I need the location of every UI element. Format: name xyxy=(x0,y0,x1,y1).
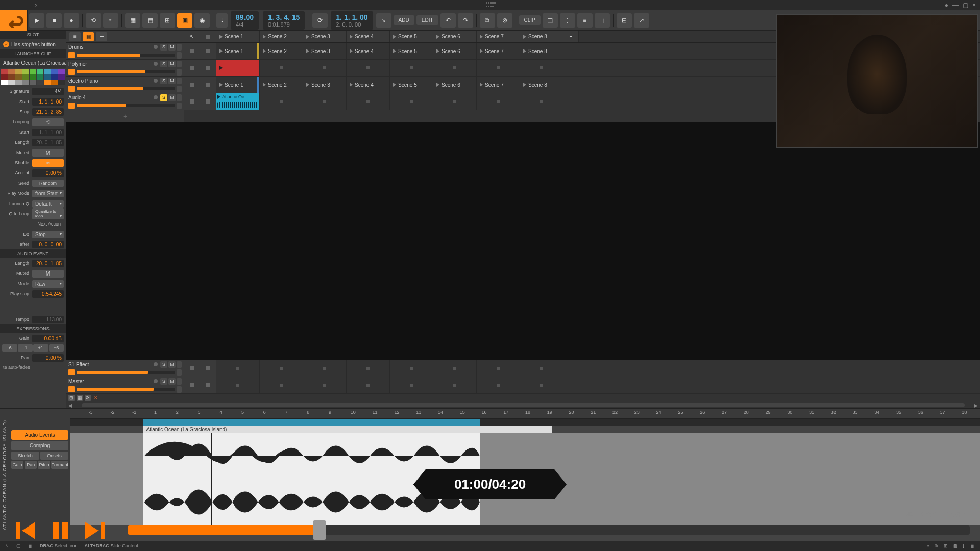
clip-slot[interactable]: Scene 6 xyxy=(433,43,477,59)
track-row[interactable]: Audio 4SM xyxy=(66,93,184,110)
solo-button[interactable]: S xyxy=(160,378,167,385)
time-ruler[interactable]: -3-2-11234567891011121314151617181920212… xyxy=(70,409,980,419)
color-swatch[interactable] xyxy=(8,74,15,80)
clip-slot[interactable] xyxy=(216,60,260,76)
clip-slot-empty[interactable] xyxy=(347,360,390,377)
undo-small-button[interactable]: ↶ xyxy=(440,13,456,28)
view-grid-icon[interactable]: ▦ xyxy=(83,32,94,41)
punch-button[interactable]: ↘ xyxy=(376,13,391,28)
color-swatch[interactable] xyxy=(15,80,22,85)
track-row[interactable]: electro PianoSM xyxy=(66,77,184,93)
clip-name-field[interactable]: Atlantic Ocean (La Graciosa Is xyxy=(0,58,66,68)
gain-step[interactable]: +1 xyxy=(33,344,48,352)
scene-header[interactable]: Scene 4 xyxy=(347,31,390,42)
tool-3-button[interactable]: ≡ xyxy=(577,13,593,28)
footer-icon-2[interactable]: ▦ xyxy=(77,395,83,401)
footer-close-icon[interactable]: ✕ xyxy=(93,395,99,401)
clip-slot-empty[interactable] xyxy=(303,377,347,393)
scene-header[interactable]: Scene 8 xyxy=(520,31,564,42)
notification-icon[interactable]: ● xyxy=(945,2,948,9)
clip-slot[interactable]: Scene 7 xyxy=(477,77,520,93)
audio-events-tab[interactable]: Audio Events xyxy=(11,430,68,440)
clip-slot[interactable]: Scene 8 xyxy=(520,77,564,93)
clip-slot-empty[interactable] xyxy=(260,93,303,110)
record-arm-icon[interactable] xyxy=(154,379,158,383)
video-prev-button[interactable] xyxy=(10,515,41,546)
solo-button[interactable]: S xyxy=(160,78,167,84)
clip-slot-empty[interactable] xyxy=(303,93,347,110)
scene-header[interactable]: Scene 7 xyxy=(477,31,520,42)
pointer-tool-icon[interactable]: ↖ xyxy=(184,31,200,42)
clip-slot-empty[interactable] xyxy=(520,93,564,110)
color-swatch[interactable] xyxy=(22,74,29,80)
solo-button[interactable]: S xyxy=(160,94,167,101)
color-swatch[interactable] xyxy=(37,74,43,80)
record-arm-icon[interactable] xyxy=(154,62,158,66)
tool-1-button[interactable]: ◫ xyxy=(543,13,558,28)
record-button[interactable]: ● xyxy=(64,13,79,28)
clip-slot[interactable]: Scene 3 xyxy=(303,43,347,59)
track-row[interactable]: DrumsSM xyxy=(66,43,184,60)
tempo-field[interactable]: 113.00 xyxy=(32,316,64,323)
color-swatch[interactable] xyxy=(1,80,8,85)
color-swatch[interactable] xyxy=(51,80,58,85)
scene-header[interactable]: Scene 3 xyxy=(303,31,347,42)
has-stop-rec-toggle[interactable]: ✓ Has stop/rec button xyxy=(0,39,66,49)
track-stop-button[interactable] xyxy=(184,43,200,59)
tab-close-icon[interactable]: × xyxy=(35,3,38,8)
expression-tab[interactable]: Formant xyxy=(51,461,68,469)
track-stop-button[interactable] xyxy=(184,93,200,110)
track-options-icon[interactable] xyxy=(177,369,182,376)
track-stop-button-2[interactable] xyxy=(200,77,216,93)
clip-slot[interactable]: Scene 8 xyxy=(520,43,564,59)
color-swatch[interactable] xyxy=(1,69,8,74)
color-swatch[interactable] xyxy=(58,69,65,74)
color-swatch[interactable] xyxy=(15,74,22,80)
footer-icon-1[interactable]: ⊞ xyxy=(68,395,75,401)
position-display[interactable]: 1. 3. 4. 15 0:01.879 xyxy=(263,11,305,30)
volume-fader[interactable] xyxy=(77,54,175,57)
seed-button[interactable]: Random xyxy=(32,180,64,187)
clip-slot-empty[interactable] xyxy=(390,60,433,76)
track-row[interactable]: PolymerSM xyxy=(66,60,184,77)
color-swatch[interactable] xyxy=(30,74,36,80)
clip-slot-empty[interactable] xyxy=(260,60,303,76)
color-swatch[interactable] xyxy=(58,74,65,80)
scene-header[interactable]: Scene 5 xyxy=(390,31,433,42)
clip-slot[interactable]: Scene 4 xyxy=(347,77,390,93)
record-arm-icon[interactable] xyxy=(154,95,158,99)
clip-slot[interactable]: Scene 1 xyxy=(216,43,260,59)
track-options-icon[interactable] xyxy=(177,52,182,59)
color-swatch[interactable] xyxy=(1,74,8,80)
clip-slot-empty[interactable] xyxy=(433,360,477,377)
track-stop-button-2[interactable] xyxy=(200,93,216,110)
expression-tab[interactable]: Pan xyxy=(24,461,37,469)
record-arm-icon[interactable] xyxy=(154,362,158,366)
mute-button[interactable]: M xyxy=(168,94,176,101)
video-progress-handle[interactable] xyxy=(313,520,326,540)
gain-step-buttons[interactable]: -6-1+1+6 xyxy=(0,343,66,353)
clip-slot-empty[interactable] xyxy=(433,93,477,110)
track-stop-button[interactable] xyxy=(184,60,200,76)
clip-slot[interactable]: Scene 2 xyxy=(260,77,303,93)
edit-button[interactable]: EDIT xyxy=(416,15,438,25)
color-swatch[interactable] xyxy=(44,80,51,85)
clip-slot[interactable]: Scene 3 xyxy=(303,77,347,93)
volume-fader[interactable] xyxy=(77,104,175,107)
clip-slot-empty[interactable] xyxy=(520,377,564,393)
mute-button[interactable]: M xyxy=(168,361,176,368)
tool-6-button[interactable]: ↗ xyxy=(634,13,649,28)
pan-field[interactable]: 0.00 % xyxy=(32,354,64,362)
ae-muted-toggle[interactable]: M xyxy=(32,270,64,278)
volume-fader[interactable] xyxy=(77,371,175,374)
clip-slot[interactable]: Scene 5 xyxy=(390,43,433,59)
comping-tab[interactable]: Comping xyxy=(11,441,68,450)
do-select[interactable]: Stop xyxy=(32,231,64,238)
track-row[interactable]: MasterSM xyxy=(66,377,184,394)
close-window-icon[interactable]: × xyxy=(972,2,976,9)
maximize-icon[interactable]: ▢ xyxy=(963,2,968,9)
tempo-display[interactable]: 89.00 4/4 xyxy=(231,11,259,30)
looping-toggle[interactable]: ⟲ xyxy=(32,118,64,126)
color-swatch[interactable] xyxy=(44,69,51,74)
gain-step[interactable]: +6 xyxy=(49,344,64,352)
